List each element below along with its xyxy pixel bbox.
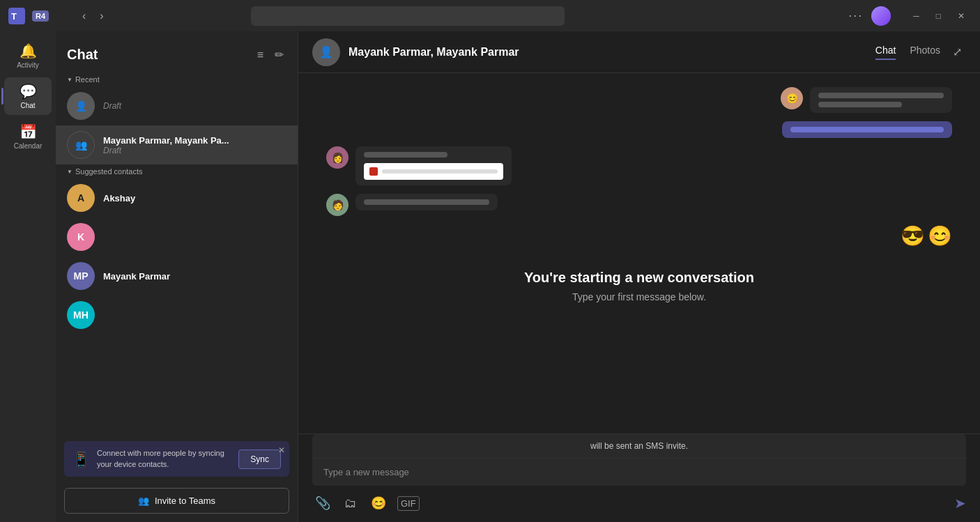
nav-back-button[interactable]: ‹	[77, 7, 91, 25]
sidebar-item-activity-label: Activity	[17, 61, 39, 69]
tab-photos[interactable]: Photos	[910, 45, 940, 60]
message-input-area: will be sent an SMS invite. Type a new m…	[298, 433, 980, 522]
sidebar-item-chat[interactable]: 💬 Chat	[4, 77, 52, 115]
message-row-3: 👩	[326, 146, 952, 185]
chat-icon: 💬	[20, 83, 37, 100]
msg-line	[364, 152, 447, 158]
sync-button[interactable]: Sync	[238, 450, 281, 469]
chat-list-panel: Chat ≡ ✏ Recent 👤 Draft 👥 Mayank Parmar,…	[56, 31, 298, 522]
sms-notice: will be sent an SMS invite.	[312, 434, 966, 458]
chat-list-scroll[interactable]: Recent 👤 Draft 👥 Mayank Parmar, Mayank P…	[56, 72, 298, 436]
chat-item-akshay[interactable]: A Akshay	[56, 178, 298, 217]
sync-banner: 📱 Connect with more people by syncing yo…	[64, 441, 289, 477]
chat-name-mayank: Mayank Parmar, Mayank Pa...	[103, 135, 286, 146]
chat-list-header: Chat ≡ ✏	[56, 31, 298, 72]
message-row-1: 😊	[326, 87, 952, 113]
svg-text:T: T	[11, 11, 17, 22]
chat-item-mayank-parmar[interactable]: MP Mayank Parmar	[56, 256, 298, 295]
convo-start-subtitle: Type your first message below.	[326, 291, 952, 302]
icon-sidebar: 🔔 Activity 💬 Chat 📅 Calendar	[0, 31, 56, 522]
chat-name-mp: Mayank Parmar	[103, 271, 286, 282]
message-bubble-2	[782, 121, 952, 138]
msg-line	[790, 127, 944, 132]
recent-section-label: Recent	[56, 72, 298, 86]
sync-text: Connect with more people by syncing your…	[97, 448, 231, 470]
activity-icon: 🔔	[20, 43, 37, 59]
emoji-smile: 😊	[928, 224, 952, 247]
titlebar-nav: ‹ ›	[77, 7, 109, 25]
titlebar-search[interactable]	[251, 6, 565, 26]
send-button[interactable]: ➤	[954, 495, 966, 512]
chat-avatar-k: K	[67, 223, 95, 251]
emoji-cool: 😎	[901, 224, 925, 247]
message-lines-2	[790, 127, 944, 132]
titlebar-right: ··· ─ □ ✕	[848, 3, 973, 29]
chat-info-akshay: Akshay	[103, 193, 286, 204]
minimize-button[interactable]: ─	[905, 3, 928, 29]
sync-close-button[interactable]: ✕	[278, 445, 285, 455]
expand-chat-button[interactable]: ⤢	[949, 41, 966, 63]
chat-avatar-akshay: A	[67, 184, 95, 212]
main-layout: 🔔 Activity 💬 Chat 📅 Calendar Chat ≡ ✏ Re…	[0, 31, 980, 522]
chat-item-mayank[interactable]: 👥 Mayank Parmar, Mayank Pa... Draft	[56, 125, 298, 164]
emoji-message: 😎 😊	[901, 224, 952, 247]
message-input-placeholder[interactable]: Type a new message	[312, 458, 966, 486]
chat-item-mh[interactable]: MH	[56, 295, 298, 335]
chat-main: 👤 Mayank Parmar, Mayank Parmar Chat Phot…	[298, 31, 980, 522]
suggested-section-label: Suggested contacts	[56, 164, 298, 178]
nav-forward-button[interactable]: ›	[94, 7, 109, 25]
message-avatar-1: 😊	[781, 87, 803, 109]
message-lines-1	[818, 93, 944, 107]
sidebar-item-calendar[interactable]: 📅 Calendar	[4, 118, 52, 155]
conversation-start: You're starting a new conversation Type …	[326, 270, 952, 302]
active-indicator	[1, 88, 3, 105]
message-bubble-3	[355, 146, 512, 185]
tab-chat[interactable]: Chat	[875, 45, 896, 60]
invite-icon: 👥	[138, 496, 149, 506]
filter-icon[interactable]: ≡	[254, 46, 266, 64]
paperclip-icon[interactable]: 🗂	[342, 493, 360, 514]
invite-to-teams-button[interactable]: 👥 Invite to Teams	[64, 488, 289, 514]
chat-header-avatar: 👤	[312, 38, 340, 66]
window-controls: ─ □ ✕	[905, 3, 973, 29]
messages-area[interactable]: 😊 👩	[298, 73, 980, 433]
msg-line	[364, 199, 489, 205]
chat-sub-mayank: Draft	[103, 146, 286, 155]
chat-header: 👤 Mayank Parmar, Mayank Parmar Chat Phot…	[298, 31, 980, 73]
chat-item-k[interactable]: K	[56, 217, 298, 256]
chat-item-draft[interactable]: 👤 Draft	[56, 86, 298, 125]
message-row-5: 😎 😊	[326, 224, 952, 247]
attachment-icon	[369, 167, 378, 176]
message-row-4: 🧑	[326, 194, 952, 216]
sidebar-item-activity[interactable]: 🔔 Activity	[4, 37, 52, 75]
attachment-preview	[364, 163, 503, 180]
teams-logo-icon: T	[7, 6, 26, 26]
chat-info-mp: Mayank Parmar	[103, 271, 286, 282]
invite-label: Invite to Teams	[155, 496, 215, 506]
emoji-picker-icon[interactable]: 😊	[368, 493, 389, 514]
chat-header-right: ⤢	[949, 41, 966, 63]
close-button[interactable]: ✕	[949, 3, 973, 29]
gif-icon[interactable]: GIF	[397, 496, 420, 511]
maximize-button[interactable]: □	[928, 3, 949, 29]
attach-icon[interactable]: 📎	[312, 493, 333, 514]
attachment-filename	[382, 169, 498, 174]
chat-info-draft: Draft	[103, 101, 286, 111]
chat-header-actions: ≡ ✏	[254, 45, 286, 64]
user-avatar[interactable]	[871, 6, 891, 26]
new-chat-icon[interactable]: ✏	[272, 45, 286, 64]
chat-avatar-mp: MP	[67, 262, 95, 290]
msg-line	[818, 93, 944, 98]
chat-tabs: Chat Photos	[875, 45, 940, 60]
calendar-icon: 📅	[20, 123, 37, 140]
more-options-icon[interactable]: ···	[848, 8, 863, 23]
message-avatar-4: 🧑	[326, 194, 349, 216]
user-badge: R4	[32, 10, 49, 22]
titlebar: T R4 ‹ › ··· ─ □ ✕	[0, 0, 980, 31]
chat-name-akshay: Akshay	[103, 193, 286, 204]
msg-line	[818, 102, 902, 107]
message-lines-3	[364, 152, 503, 158]
convo-start-title: You're starting a new conversation	[326, 270, 952, 286]
sidebar-item-chat-label: Chat	[20, 102, 35, 109]
chat-name-draft: Draft	[103, 101, 286, 111]
